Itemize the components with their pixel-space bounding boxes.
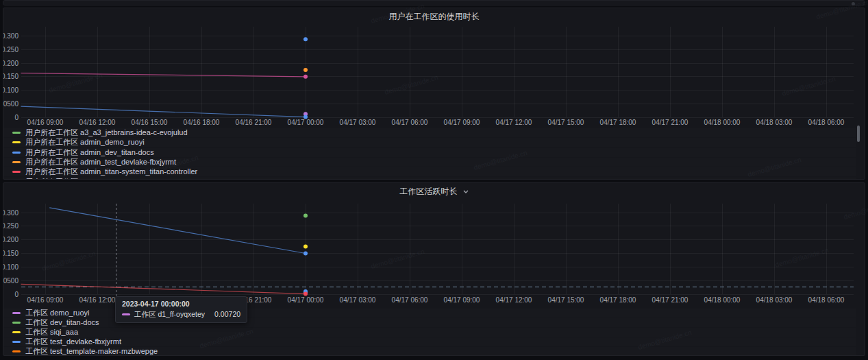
legend-item[interactable]: 用户所在工作区 admin_titan-system_titan-control… <box>3 167 856 176</box>
panel-active-duration: 工作区活跃时长 00.05000.1000.1500.2000.2500.300… <box>3 182 865 356</box>
legend-item[interactable]: 用户所在工作区 admin_dev_titan-docs <box>3 148 856 157</box>
legend-label: 用户所在工作区 admin_test_devlake-fbxjyrmt <box>25 157 176 167</box>
panel-title-text: 用户在工作区的使用时长 <box>389 12 480 21</box>
svg-text:0.300: 0.300 <box>3 32 18 40</box>
svg-text:04/16 15:00: 04/16 15:00 <box>132 119 168 126</box>
series-color-marker <box>12 312 21 314</box>
svg-text:0.0500: 0.0500 <box>3 277 18 285</box>
legend-item[interactable]: 工作区 test_template-maker-mzbwepge <box>3 347 856 356</box>
dashboard: 用户在工作区的使用时长 00.05000.1000.1500.2000.2500… <box>0 0 868 360</box>
tooltip-series-row: 工作区 d1_ff-oyqxetey 0.00720 <box>122 310 240 319</box>
svg-text:04/17 12:00: 04/17 12:00 <box>496 119 532 126</box>
panel-usage-duration: 用户在工作区的使用时长 00.05000.1000.1500.2000.2500… <box>3 8 865 180</box>
legend-item[interactable]: 用户所在工作区 <box>3 178 856 180</box>
tooltip-timestamp: 2023-04-17 00:00:00 <box>122 300 240 309</box>
svg-text:0.0500: 0.0500 <box>3 100 18 108</box>
svg-text:04/16 09:00: 04/16 09:00 <box>27 296 64 304</box>
collapsed-row[interactable] <box>3 0 865 5</box>
svg-text:04/18 06:00: 04/18 06:00 <box>808 296 845 304</box>
svg-text:0.200: 0.200 <box>3 236 18 243</box>
legend-label: 用户所在工作区 <box>25 177 78 180</box>
legend-item[interactable]: 用户所在工作区 admin_demo_ruoyi <box>3 138 856 147</box>
svg-text:04/17 18:00: 04/17 18:00 <box>600 296 636 304</box>
svg-text:04/17 06:00: 04/17 06:00 <box>392 119 428 126</box>
legend-label: 工作区 test_devlake-fbxjyrmt <box>25 337 121 347</box>
svg-text:04/17 15:00: 04/17 15:00 <box>548 119 584 126</box>
svg-text:04/16 21:00: 04/16 21:00 <box>236 119 272 126</box>
svg-text:0.250: 0.250 <box>3 222 18 230</box>
legend-label: 用户所在工作区 admin_titan-system_titan-control… <box>25 167 197 177</box>
chevron-down-icon <box>463 186 469 195</box>
svg-text:0.250: 0.250 <box>3 46 18 53</box>
svg-text:04/17 00:00: 04/17 00:00 <box>288 119 324 126</box>
panel-title-text: 工作区活跃时长 <box>399 187 457 196</box>
svg-text:04/16 18:00: 04/16 18:00 <box>184 119 220 126</box>
series-color-marker <box>12 152 21 154</box>
tooltip-value: 0.00720 <box>214 310 240 319</box>
legend-label: 工作区 dev_titan-docs <box>25 317 99 328</box>
series-color-marker <box>12 141 21 143</box>
series-color-marker <box>12 331 21 333</box>
panel-title[interactable]: 工作区活跃时长 <box>3 186 865 197</box>
series-color-marker <box>122 313 130 315</box>
svg-text:04/18 03:00: 04/18 03:00 <box>756 296 793 304</box>
svg-text:04/17 09:00: 04/17 09:00 <box>444 296 480 304</box>
svg-text:04/17 12:00: 04/17 12:00 <box>496 296 532 304</box>
legend-label: 工作区 demo_ruoyi <box>25 308 90 318</box>
svg-text:04/17 09:00: 04/17 09:00 <box>444 119 480 126</box>
svg-text:04/17 18:00: 04/17 18:00 <box>600 119 636 126</box>
svg-text:04/18 00:00: 04/18 00:00 <box>704 296 741 304</box>
legend-item[interactable]: 工作区 test_devlake-fbxjyrmt <box>3 337 856 346</box>
svg-text:0.300: 0.300 <box>3 209 18 217</box>
svg-text:0.100: 0.100 <box>3 86 18 94</box>
tooltip-series-name: 工作区 d1_ff-oyqxetey <box>134 310 205 319</box>
series-color-marker <box>12 161 21 163</box>
svg-text:0.150: 0.150 <box>3 73 18 80</box>
svg-text:04/18 00:00: 04/18 00:00 <box>704 119 741 126</box>
svg-text:04/17 00:00: 04/17 00:00 <box>288 296 324 304</box>
svg-text:04/16 12:00: 04/16 12:00 <box>79 296 116 304</box>
legend-item[interactable]: 工作区 siqi_aaa <box>3 328 856 337</box>
svg-text:04/18 06:00: 04/18 06:00 <box>808 119 845 126</box>
legend-label: 用户所在工作区 admin_dev_titan-docs <box>25 147 154 158</box>
svg-text:04/17 21:00: 04/17 21:00 <box>652 119 689 126</box>
series-color-marker <box>12 341 21 343</box>
svg-text:0.100: 0.100 <box>3 263 18 271</box>
svg-text:04/17 15:00: 04/17 15:00 <box>548 296 584 304</box>
svg-text:0: 0 <box>14 291 18 298</box>
legend-item[interactable]: 用户所在工作区 admin_test_devlake-fbxjyrmt <box>3 158 856 167</box>
legend-label: 用户所在工作区 a3_a3_jetbrains-idea-c-evojulud <box>25 128 188 138</box>
svg-text:0: 0 <box>14 114 18 121</box>
svg-text:04/17 03:00: 04/17 03:00 <box>340 296 376 304</box>
series-color-marker <box>12 350 21 352</box>
legend-label: 工作区 siqi_aaa <box>25 327 78 337</box>
svg-text:04/17 21:00: 04/17 21:00 <box>652 296 689 304</box>
svg-text:0.150: 0.150 <box>3 250 18 257</box>
legend-item[interactable]: 用户所在工作区 a3_a3_jetbrains-idea-c-evojulud <box>3 128 856 137</box>
svg-text:04/17 06:00: 04/17 06:00 <box>392 296 428 304</box>
series-color-marker <box>12 322 21 324</box>
legend-scrollbar[interactable] <box>857 125 860 142</box>
svg-text:04/17 03:00: 04/17 03:00 <box>340 119 376 126</box>
row-menu-icon[interactable] <box>852 2 855 5</box>
legend-label: 用户所在工作区 admin_demo_ruoyi <box>25 137 145 147</box>
legend-label: 工作区 test_template-maker-mzbwepge <box>25 346 158 356</box>
svg-text:0.200: 0.200 <box>3 60 18 67</box>
svg-text:04/16 09:00: 04/16 09:00 <box>27 119 64 126</box>
series-color-marker <box>12 171 21 173</box>
chart-tooltip: 2023-04-17 00:00:00 工作区 d1_ff-oyqxetey 0… <box>115 296 247 323</box>
svg-text:04/18 03:00: 04/18 03:00 <box>756 119 793 126</box>
panel-title[interactable]: 用户在工作区的使用时长 <box>3 11 865 23</box>
series-color-marker <box>12 132 21 134</box>
svg-text:04/16 12:00: 04/16 12:00 <box>79 119 116 126</box>
